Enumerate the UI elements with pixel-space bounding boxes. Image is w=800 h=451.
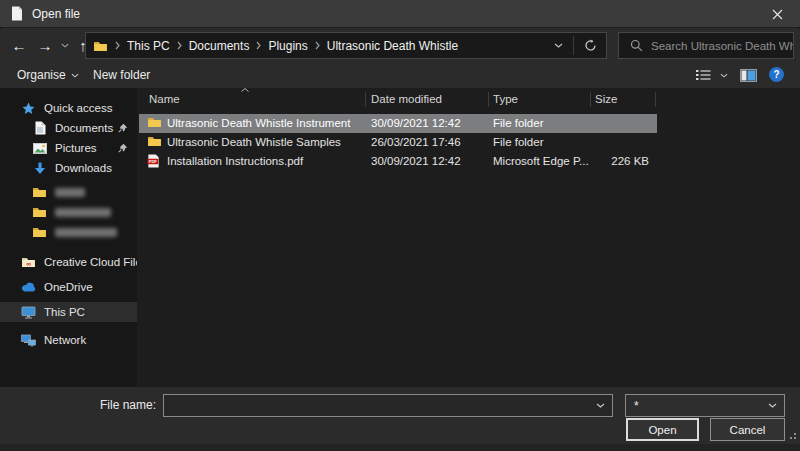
breadcrumb-documents[interactable]: Documents xyxy=(189,39,250,53)
pin-icon xyxy=(118,123,128,133)
column-header-name[interactable]: Name xyxy=(149,93,180,105)
computer-icon xyxy=(20,306,37,319)
folder-icon xyxy=(93,40,108,52)
search-input[interactable] xyxy=(651,40,793,52)
window-title: Open file xyxy=(32,0,80,28)
folder-icon xyxy=(147,135,162,147)
file-date-modified: 30/09/2021 12:42 xyxy=(371,117,461,129)
resize-grip[interactable] xyxy=(787,431,797,441)
address-bar[interactable]: This PC Documents Plugins Ultrasonic Dea… xyxy=(85,32,607,59)
sort-ascending-icon xyxy=(241,88,249,92)
navigation-pane: Quick access Documents Pictures xyxy=(0,88,137,387)
sidebar-label: Pictures xyxy=(55,142,97,154)
column-header-size[interactable]: Size xyxy=(595,93,617,105)
file-size: 226 KB xyxy=(569,155,649,167)
title-bar: Open file xyxy=(0,0,800,28)
column-divider[interactable] xyxy=(655,92,656,107)
sidebar-label: This PC xyxy=(44,306,85,318)
table-row[interactable]: PDF Installation Instructions.pdf 30/09/… xyxy=(139,152,657,171)
file-type: File folder xyxy=(493,136,544,148)
sidebar-label: OneDrive xyxy=(44,281,93,293)
picture-icon xyxy=(31,143,48,154)
open-button[interactable]: Open xyxy=(626,418,699,441)
sidebar-item-quick-access[interactable]: Quick access xyxy=(0,98,137,118)
cancel-button-label: Cancel xyxy=(730,424,766,436)
sidebar-item-redacted-folder[interactable] xyxy=(0,182,137,202)
new-folder-button[interactable]: New folder xyxy=(93,62,150,88)
sidebar-item-downloads[interactable]: Downloads xyxy=(0,158,137,178)
navigation-bar: ← → ↑ This PC Documents Plugins Ultrason… xyxy=(0,29,800,62)
sidebar-item-network[interactable]: Network xyxy=(0,330,137,350)
pdf-icon: PDF xyxy=(147,154,160,168)
sidebar-item-redacted-folder[interactable] xyxy=(0,222,137,242)
column-divider[interactable] xyxy=(365,92,366,107)
file-rows: Ultrasonic Death Whistle Instrument 30/0… xyxy=(139,114,800,171)
details-view-icon xyxy=(695,69,712,82)
download-arrow-icon xyxy=(31,162,48,175)
document-icon xyxy=(31,121,48,135)
sidebar-item-onedrive[interactable]: OneDrive xyxy=(0,277,137,297)
creative-cloud-folder-icon: ∞ xyxy=(20,256,37,268)
close-icon xyxy=(773,10,782,19)
chevron-right-icon xyxy=(256,41,261,50)
breadcrumb-this-pc[interactable]: This PC xyxy=(127,39,170,53)
file-name: Installation Instructions.pdf xyxy=(167,155,363,167)
breadcrumb-plugins[interactable]: Plugins xyxy=(268,39,307,53)
question-mark-icon: ? xyxy=(773,69,779,80)
file-name: Ultrasonic Death Whistle Samples xyxy=(167,136,363,148)
document-icon xyxy=(11,6,23,21)
back-arrow-icon: ← xyxy=(12,37,27,54)
preview-pane-button[interactable] xyxy=(740,62,757,88)
star-icon xyxy=(20,102,37,115)
back-button[interactable]: ← xyxy=(6,29,32,62)
chevron-right-icon xyxy=(115,41,120,50)
organise-button[interactable]: Organise xyxy=(17,62,79,88)
table-row[interactable]: Ultrasonic Death Whistle Samples 26/03/2… xyxy=(139,133,657,152)
cancel-button[interactable]: Cancel xyxy=(710,418,785,441)
help-button[interactable]: ? xyxy=(769,67,784,82)
file-type-select[interactable]: * xyxy=(625,394,785,417)
view-options-dropdown[interactable] xyxy=(720,62,728,88)
file-type: File folder xyxy=(493,117,544,129)
chevron-down-icon xyxy=(554,43,563,48)
column-divider[interactable] xyxy=(590,92,591,107)
recent-locations-button[interactable] xyxy=(58,29,72,62)
sidebar-item-documents[interactable]: Documents xyxy=(0,118,137,138)
file-name-label: File name: xyxy=(0,394,156,416)
sidebar-item-this-pc[interactable]: This PC xyxy=(0,302,137,322)
organise-label: Organise xyxy=(17,68,66,82)
folder-icon xyxy=(31,186,48,198)
sidebar-label: Documents xyxy=(55,122,113,134)
breadcrumb-current-folder[interactable]: Ultrasonic Death Whistle xyxy=(327,39,458,53)
search-icon xyxy=(630,39,643,52)
search-box[interactable] xyxy=(618,32,794,59)
sidebar-label: Network xyxy=(44,334,86,346)
column-header-date-modified[interactable]: Date modified xyxy=(371,93,442,105)
forward-arrow-icon: → xyxy=(38,37,53,54)
file-type-value: * xyxy=(634,399,639,413)
file-name-dropdown-button[interactable] xyxy=(596,403,605,408)
close-button[interactable] xyxy=(755,0,800,28)
refresh-button[interactable] xyxy=(574,39,606,52)
sidebar-item-redacted-folder[interactable] xyxy=(0,202,137,222)
sidebar-label: Downloads xyxy=(55,162,112,174)
details-view-button[interactable] xyxy=(695,62,712,88)
address-dropdown-button[interactable] xyxy=(554,43,563,48)
folder-icon xyxy=(147,116,162,128)
sidebar-item-creative-cloud-files[interactable]: ∞ Creative Cloud Files xyxy=(0,252,137,272)
refresh-icon xyxy=(584,39,597,52)
pin-icon xyxy=(118,143,128,153)
column-header-type[interactable]: Type xyxy=(493,93,518,105)
column-divider[interactable] xyxy=(488,92,489,107)
chevron-right-icon xyxy=(315,41,320,50)
file-name: Ultrasonic Death Whistle Instrument xyxy=(167,117,363,129)
chevron-down-icon xyxy=(71,73,79,78)
sidebar-item-pictures[interactable]: Pictures xyxy=(0,138,137,158)
sidebar-label: Quick access xyxy=(44,102,112,114)
chevron-down-icon xyxy=(720,73,728,78)
table-row[interactable]: Ultrasonic Death Whistle Instrument 30/0… xyxy=(139,114,657,133)
svg-text:PDF: PDF xyxy=(149,159,158,164)
chevron-down-icon xyxy=(768,403,777,408)
forward-button[interactable]: → xyxy=(32,29,58,62)
file-name-input[interactable] xyxy=(164,399,596,413)
